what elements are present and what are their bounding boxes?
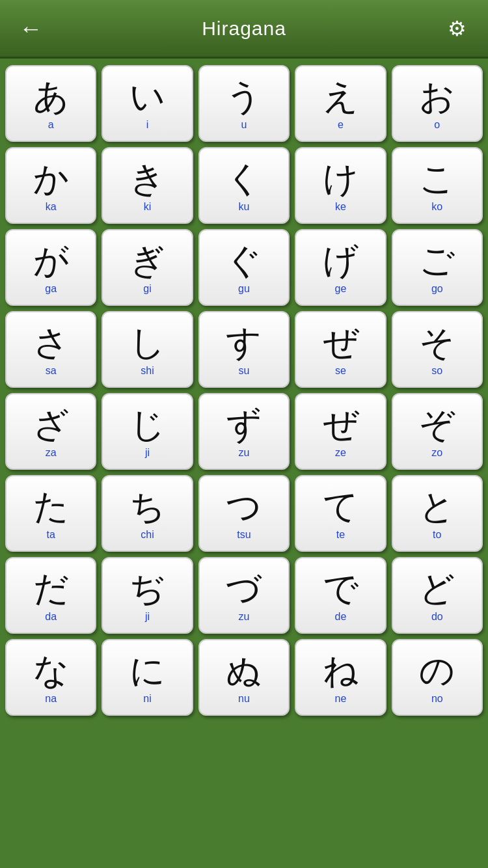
kana-roman: za <box>46 447 57 459</box>
kana-card[interactable]: いi <box>102 65 193 142</box>
kana-card[interactable]: ぬnu <box>198 639 290 716</box>
kana-card[interactable]: でde <box>295 557 386 634</box>
kana-roman: go <box>431 283 443 295</box>
kana-char: ず <box>226 405 262 444</box>
kana-char: け <box>323 159 359 198</box>
kana-card[interactable]: あa <box>5 65 96 142</box>
kana-char: う <box>226 77 262 116</box>
kana-card[interactable]: ぢji <box>102 557 193 634</box>
kana-char: こ <box>419 159 455 198</box>
kana-card[interactable]: のno <box>392 639 483 716</box>
kana-char: づ <box>226 569 262 608</box>
kana-roman: ga <box>45 283 57 295</box>
kana-char: ぐ <box>226 241 262 280</box>
kana-roman: i <box>146 119 149 131</box>
kana-roman: zu <box>239 611 250 623</box>
kana-char: ぞ <box>419 405 455 444</box>
kana-card[interactable]: そso <box>392 311 483 388</box>
kana-card[interactable]: たta <box>5 475 96 552</box>
kana-card[interactable]: つtsu <box>198 475 290 552</box>
kana-char: し <box>129 323 165 362</box>
kana-card[interactable]: なna <box>5 639 96 716</box>
kana-roman: to <box>433 529 441 541</box>
kana-roman: de <box>334 611 346 623</box>
kana-card[interactable]: ぜze <box>295 393 386 470</box>
kana-card[interactable]: ぞzo <box>392 393 483 470</box>
kana-char: あ <box>33 77 69 116</box>
kana-card[interactable]: ちchi <box>102 475 193 552</box>
kana-char: だ <box>33 569 69 608</box>
kana-card[interactable]: すsu <box>198 311 290 388</box>
kana-card[interactable]: にni <box>102 639 193 716</box>
kana-char: さ <box>33 323 69 362</box>
kana-card[interactable]: ざza <box>5 393 96 470</box>
kana-card[interactable]: ずzu <box>198 393 290 470</box>
kana-roman: na <box>45 693 57 705</box>
kana-card[interactable]: えe <box>295 65 386 142</box>
kana-roman: gi <box>143 283 151 295</box>
kana-roman: shi <box>141 365 154 377</box>
kana-char: ち <box>129 487 165 526</box>
header: ← Hiragana ⚙ <box>0 0 488 59</box>
kana-char: ご <box>419 241 455 280</box>
kana-card[interactable]: だda <box>5 557 96 634</box>
kana-char: す <box>226 323 262 362</box>
kana-char: ね <box>323 651 359 690</box>
kana-char: の <box>419 651 455 690</box>
kana-char: か <box>33 159 69 198</box>
kana-card[interactable]: こko <box>392 147 483 224</box>
kana-card[interactable]: かka <box>5 147 96 224</box>
kana-card[interactable]: じji <box>102 393 193 470</box>
kana-roman: a <box>48 119 54 131</box>
kana-roman: zu <box>239 447 250 459</box>
kana-char: ど <box>419 569 455 608</box>
kana-roman: ko <box>431 201 442 213</box>
kana-char: ざ <box>33 405 69 444</box>
kana-roman: se <box>335 365 346 377</box>
back-button[interactable]: ← <box>13 10 49 46</box>
kana-roman: gu <box>238 283 250 295</box>
kana-card[interactable]: ぐgu <box>198 229 290 306</box>
kana-roman: sa <box>46 365 57 377</box>
kana-roman: chi <box>141 529 154 541</box>
kana-char: い <box>129 77 165 116</box>
kana-roman: ni <box>143 693 151 705</box>
kana-roman: ku <box>239 201 250 213</box>
kana-roman: do <box>431 611 443 623</box>
kana-card[interactable]: けke <box>295 147 386 224</box>
kana-card[interactable]: がga <box>5 229 96 306</box>
kana-char: ぎ <box>129 241 165 280</box>
kana-grid: あaいiうuえeおoかkaきkiくkuけkeこkoがgaぎgiぐguげgeごgo… <box>0 59 488 722</box>
kana-roman: ze <box>335 447 346 459</box>
kana-card[interactable]: くku <box>198 147 290 224</box>
kana-char: ぜ <box>323 323 359 362</box>
kana-card[interactable]: づzu <box>198 557 290 634</box>
kana-roman: ji <box>145 611 150 623</box>
kana-card[interactable]: しshi <box>102 311 193 388</box>
kana-card[interactable]: さsa <box>5 311 96 388</box>
kana-char: つ <box>226 487 262 526</box>
kana-card[interactable]: ねne <box>295 639 386 716</box>
kana-card[interactable]: どdo <box>392 557 483 634</box>
kana-card[interactable]: おo <box>392 65 483 142</box>
kana-roman: nu <box>238 693 250 705</box>
kana-roman: zo <box>431 447 442 459</box>
kana-card[interactable]: きki <box>102 147 193 224</box>
kana-card[interactable]: げge <box>295 229 386 306</box>
kana-char: じ <box>129 405 165 444</box>
kana-card[interactable]: うu <box>198 65 290 142</box>
kana-card[interactable]: とto <box>392 475 483 552</box>
kana-card[interactable]: ごgo <box>392 229 483 306</box>
kana-roman: te <box>336 529 345 541</box>
kana-card[interactable]: ぎgi <box>102 229 193 306</box>
kana-char: が <box>33 241 69 280</box>
kana-roman: ta <box>47 529 55 541</box>
settings-icon: ⚙ <box>448 16 467 41</box>
header-title: Hiragana <box>202 18 286 40</box>
kana-card[interactable]: ぜse <box>295 311 386 388</box>
settings-button[interactable]: ⚙ <box>439 10 475 46</box>
kana-char: ぬ <box>226 651 262 690</box>
kana-roman: su <box>239 365 250 377</box>
kana-card[interactable]: てte <box>295 475 386 552</box>
kana-roman: e <box>338 119 344 131</box>
